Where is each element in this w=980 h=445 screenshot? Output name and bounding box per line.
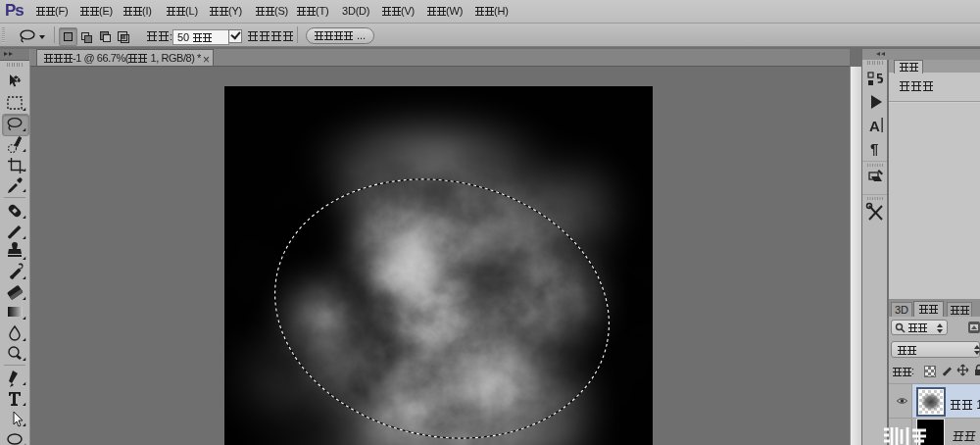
svg-text:A: A — [869, 118, 880, 134]
svg-text:¶: ¶ — [870, 140, 878, 157]
